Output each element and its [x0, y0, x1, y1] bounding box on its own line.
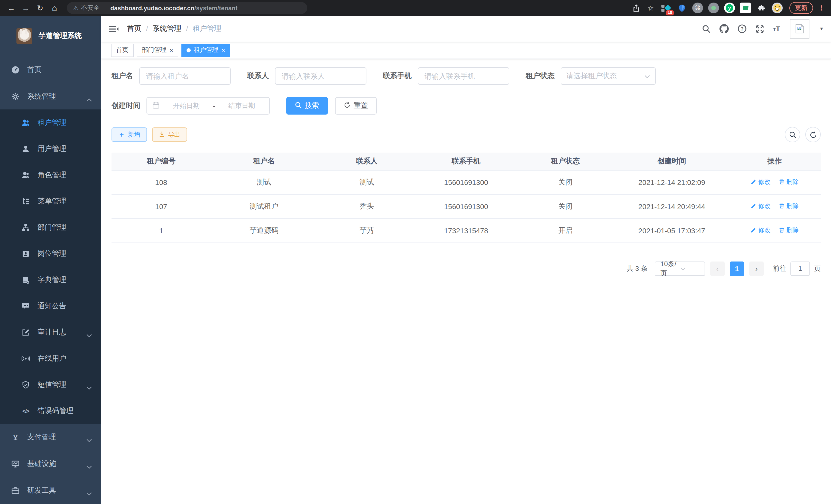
- sidebar-logo[interactable]: 芋道管理系统: [0, 16, 101, 56]
- github-icon[interactable]: [719, 24, 729, 33]
- edit-link[interactable]: 修改: [751, 178, 771, 186]
- browser-home-icon[interactable]: ⌂: [48, 2, 61, 14]
- fullscreen-icon[interactable]: [755, 24, 764, 33]
- cell-status: 开启: [516, 218, 615, 242]
- cell-id: 108: [112, 170, 211, 194]
- sidebar-item-label: 研发工具: [27, 486, 56, 495]
- field-label: 联系手机: [383, 71, 412, 81]
- tab-tenant[interactable]: 租户管理 ×: [181, 43, 230, 57]
- sidebar-item-tenant[interactable]: 租户管理: [0, 110, 101, 136]
- date-range-picker[interactable]: 开始日期 - 结束日期: [146, 97, 270, 115]
- add-button[interactable]: ＋ 新增: [112, 127, 147, 142]
- sidebar-item-dept[interactable]: 部门管理: [0, 214, 101, 241]
- reset-button[interactable]: 重置: [335, 97, 377, 115]
- table-search-toggle-button[interactable]: [785, 127, 800, 142]
- delete-link[interactable]: 删除: [779, 178, 799, 186]
- export-button[interactable]: 导出: [152, 127, 187, 142]
- next-page-button[interactable]: ›: [749, 261, 764, 276]
- cell-status: 关闭: [516, 170, 615, 194]
- top-navbar: 首页 / 系统管理 / 租户管理 ?: [101, 16, 831, 41]
- sidebar-item-user[interactable]: 用户管理: [0, 136, 101, 162]
- balloon-extension-icon[interactable]: [676, 3, 687, 13]
- tenant-name-input[interactable]: [139, 67, 231, 85]
- sidebar-item-dict[interactable]: 字典管理: [0, 267, 101, 293]
- contact-input[interactable]: [275, 67, 366, 85]
- edit-link[interactable]: 修改: [751, 226, 771, 235]
- column-header: 租户编号: [112, 153, 211, 170]
- bookmark-star-icon[interactable]: ☆: [644, 2, 657, 14]
- contact-field: 联系人: [247, 67, 366, 85]
- phone-field: 联系手机: [383, 67, 509, 85]
- update-button[interactable]: 更新: [790, 2, 813, 14]
- goto-label: 前往: [773, 264, 786, 273]
- browser-menu-dots-icon[interactable]: ⋮: [818, 4, 825, 12]
- book-gear-icon: [22, 276, 30, 284]
- button-label: 重置: [353, 101, 368, 111]
- font-size-icon[interactable]: TT: [773, 25, 780, 32]
- prev-page-button[interactable]: ‹: [710, 261, 725, 276]
- user-avatar[interactable]: [790, 19, 809, 38]
- tenant-name-field: 租户名: [112, 67, 231, 85]
- sidebar-item-notice[interactable]: 通知公告: [0, 293, 101, 319]
- browser-back-icon[interactable]: ←: [5, 2, 18, 14]
- address-bar[interactable]: ⚠ 不安全 dashboard.yudao.iocoder.cn/system/…: [67, 2, 307, 14]
- status-select[interactable]: 请选择租户状态: [561, 67, 656, 85]
- refresh-icon: [344, 102, 350, 110]
- header-search-icon[interactable]: [702, 24, 711, 33]
- chat-extension-icon[interactable]: [740, 3, 751, 13]
- help-icon[interactable]: ?: [738, 24, 747, 33]
- table-header-row: 租户编号 租户名 联系人 联系手机 租户状态 创建时间 操作: [112, 153, 821, 170]
- page-1-button[interactable]: 1: [730, 261, 744, 276]
- tab-home[interactable]: 首页: [111, 43, 134, 57]
- shield-check-icon: [22, 381, 30, 389]
- sidebar-item-online[interactable]: 在线用户: [0, 346, 101, 372]
- not-secure-warning[interactable]: ⚠ 不安全: [73, 4, 100, 12]
- dashboard-icon: [11, 65, 20, 74]
- sidebar-item-errcode[interactable]: </> 错误码管理: [0, 398, 101, 424]
- cell-name: 测试: [211, 170, 317, 194]
- sidebar-item-sms[interactable]: 短信管理: [0, 372, 101, 398]
- chevron-down-icon: [86, 463, 92, 471]
- download-icon: [159, 131, 165, 139]
- devtools-extension-icon[interactable]: 10: [660, 3, 671, 13]
- search-button[interactable]: 搜索: [286, 97, 328, 115]
- system-submenu: 租户管理 用户管理 角色管理: [0, 110, 101, 424]
- sidebar-item-system[interactable]: 系统管理: [0, 83, 101, 110]
- sidebar-item-label: 系统管理: [27, 92, 56, 101]
- delete-link[interactable]: 删除: [779, 202, 799, 211]
- command-extension-icon[interactable]: ⌘: [692, 3, 703, 13]
- sidebar-item-pay[interactable]: ¥ 支付管理: [0, 424, 101, 451]
- breadcrumb-home[interactable]: 首页: [127, 24, 141, 33]
- phone-input[interactable]: [418, 67, 509, 85]
- edit-link[interactable]: 修改: [751, 202, 771, 211]
- avatar-caret-icon[interactable]: ▼: [819, 26, 824, 31]
- sidebar-item-post[interactable]: 岗位管理: [0, 241, 101, 267]
- column-header: 租户名: [211, 153, 317, 170]
- delete-link[interactable]: 删除: [779, 226, 799, 235]
- recorder-extension-icon[interactable]: [708, 3, 719, 13]
- close-icon[interactable]: ×: [170, 47, 173, 54]
- table-refresh-button[interactable]: [805, 127, 821, 142]
- page-size-select[interactable]: 10条/页: [655, 261, 705, 276]
- y-brand-extension-icon[interactable]: y: [724, 3, 735, 13]
- share-icon[interactable]: [630, 2, 642, 14]
- sidebar-item-role[interactable]: 角色管理: [0, 162, 101, 188]
- profile-avatar-icon[interactable]: [772, 3, 783, 13]
- tab-dept[interactable]: 部门管理 ×: [137, 43, 178, 57]
- browser-reload-icon[interactable]: ↻: [34, 2, 46, 14]
- sidebar-item-audit[interactable]: 审计日志: [0, 319, 101, 346]
- close-icon[interactable]: ×: [222, 47, 225, 54]
- filter-row-1: 租户名 联系人 联系手机 租户状态 请选择租户状态: [112, 67, 821, 85]
- puzzle-extensions-icon[interactable]: [756, 3, 767, 13]
- sidebar-item-infra[interactable]: 基础设施: [0, 451, 101, 478]
- sidebar-item-home[interactable]: 首页: [0, 56, 101, 83]
- sidebar-toggle-icon[interactable]: [109, 24, 119, 33]
- sidebar-item-menu[interactable]: 菜单管理: [0, 188, 101, 214]
- calendar-icon: [152, 101, 160, 111]
- sidebar-item-dev[interactable]: 研发工具: [0, 477, 101, 504]
- goto-page-input[interactable]: [791, 261, 810, 276]
- breadcrumb-section[interactable]: 系统管理: [153, 24, 181, 33]
- edit-log-icon: [22, 328, 30, 336]
- browser-forward-icon[interactable]: →: [20, 2, 32, 14]
- broadcast-icon: [22, 355, 30, 363]
